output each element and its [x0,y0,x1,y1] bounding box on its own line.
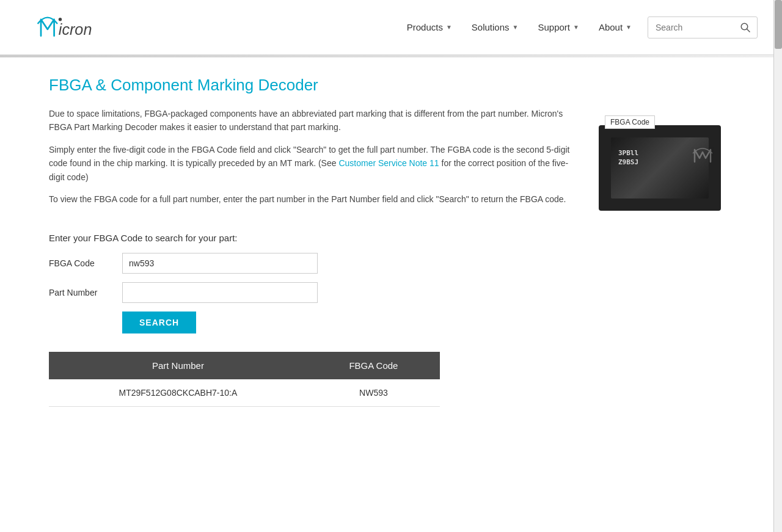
customer-service-link[interactable]: Customer Service Note 11 [338,158,439,168]
solutions-chevron-icon: ▼ [513,24,519,31]
chip-image: 3PBll Z9BSJ [599,125,721,211]
fbga-code-label-text: FBGA Code [49,258,122,268]
fbga-code-label: FBGA Code [605,115,655,129]
results-table: Part Number FBGA Code MT29F512G08CKCABH7… [49,352,440,407]
chip-image-area: FBGA Code 3PBll Z9BSJ [599,107,733,214]
svg-point-2 [741,23,748,30]
description-para3: To view the FBGA code for a full part nu… [49,192,574,206]
table-cell-fbga-code: NW593 [307,379,440,407]
main-content: FBGA & Component Marking Decoder Due to … [24,57,758,425]
search-container [648,16,758,38]
table-header-row: Part Number FBGA Code [49,352,440,379]
form-section: Enter your FBGA Code to search for your … [49,233,733,333]
nav-solutions[interactable]: Solutions ▼ [462,17,528,37]
part-number-label-text: Part Number [49,288,122,297]
description-area: Due to space limitations, FBGA-packaged … [49,107,574,214]
svg-text:icron: icron [59,21,92,38]
page-title: FBGA & Component Marking Decoder [49,76,733,95]
search-icon [740,22,751,33]
form-title: Enter your FBGA Code to search for your … [49,233,733,243]
nav-products[interactable]: Products ▼ [397,17,462,37]
support-chevron-icon: ▼ [573,24,579,31]
scrollbar[interactable] [773,0,782,425]
svg-point-1 [59,18,62,21]
col-part-number-header: Part Number [49,352,307,379]
table-row: MT29F512G08CKCABH7-10:ANW593 [49,379,440,407]
content-top: Due to space limitations, FBGA-packaged … [49,107,733,214]
chip-text-overlay: 3PBll Z9BSJ [618,148,638,167]
header: icron Products ▼ Solutions ▼ Support ▼ A… [0,0,782,55]
logo-area[interactable]: icron [24,8,134,46]
table-body: MT29F512G08CKCABH7-10:ANW593 [49,379,440,407]
scrollbar-thumb[interactable] [775,0,782,49]
table-cell-part-number: MT29F512G08CKCABH7-10:A [49,379,307,407]
products-chevron-icon: ▼ [446,24,452,31]
nav-support[interactable]: Support ▼ [528,17,588,37]
search-input[interactable] [648,18,734,37]
about-chevron-icon: ▼ [626,24,632,31]
nav-about[interactable]: About ▼ [589,17,641,37]
description-para1: Due to space limitations, FBGA-packaged … [49,107,574,134]
search-button-row: SEARCH [49,312,733,333]
part-number-row: Part Number [49,282,733,303]
search-icon-button[interactable] [734,17,757,38]
description-para2: Simply enter the five-digit code in the … [49,143,574,184]
col-fbga-code-header: FBGA Code [307,352,440,379]
svg-line-3 [747,29,750,32]
fbga-code-input[interactable] [122,253,318,274]
main-nav: Products ▼ Solutions ▼ Support ▼ About ▼ [397,16,758,38]
micron-logo[interactable]: icron [24,8,134,45]
search-decode-button[interactable]: SEARCH [122,312,196,333]
chip-micron-mark [692,144,714,166]
fbga-code-row: FBGA Code [49,253,733,274]
part-number-input[interactable] [122,282,318,303]
